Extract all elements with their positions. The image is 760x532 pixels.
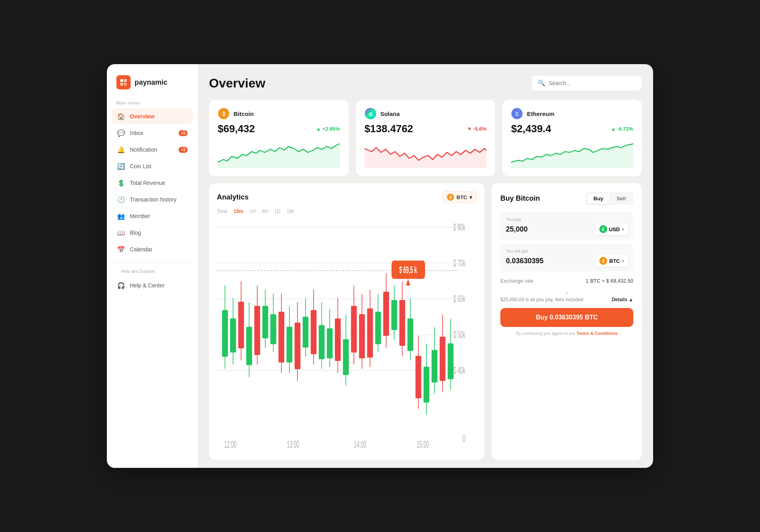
btc-chevron: ▾ [622, 259, 624, 263]
buy-bitcoin-card: Buy Bitcoin Buy Sell You pay 25,000 $ [492, 183, 642, 460]
sidebar-item-inbox[interactable]: 💬 Inbox +9 [112, 125, 193, 141]
sidebar-label-txhistory: Transaction history [130, 196, 177, 203]
page-title: Overview [209, 76, 265, 91]
buy-toggle-button[interactable]: Buy [587, 193, 610, 204]
sidebar-item-member[interactable]: 👥 Member [112, 208, 193, 224]
svg-rect-71 [295, 323, 300, 369]
terms-link[interactable]: Terms & Conditions [576, 331, 618, 336]
you-pay-field: You pay 25,000 $ USD ▾ [500, 212, 633, 240]
details-link[interactable]: Details ▲ [612, 297, 633, 302]
btc-selector-label: BTC [456, 194, 467, 200]
notification-icon: 🔔 [117, 146, 125, 154]
chevron-expand[interactable]: ⌄ [500, 286, 633, 297]
logo-icon [116, 75, 131, 89]
exchange-rate-row: Exchange rate 1 BTC ≈ $ 69,432.50 [500, 276, 633, 286]
coinlist-icon: 🔄 [117, 162, 125, 170]
search-bar[interactable]: 🔍 [531, 75, 642, 91]
bottom-row: Analytics ₿ BTC ▾ Time 15m 1H 4H [209, 183, 642, 460]
ethereum-icon: Ξ [511, 108, 523, 120]
ethereum-change: ▲ -4.72% [611, 126, 633, 132]
sidebar-item-blog[interactable]: 📖 Blog [112, 225, 193, 241]
svg-rect-2 [120, 83, 123, 86]
svg-rect-39 [262, 306, 268, 338]
time-1d[interactable]: 1D [274, 209, 280, 214]
sidebar-item-coinlist[interactable]: 🔄 Coin List [112, 158, 193, 174]
blog-icon: 📖 [117, 229, 125, 237]
sidebar-label-calendar: Calendar [130, 246, 152, 253]
sidebar-item-helpcenter[interactable]: 🎧 Help & Center [112, 277, 193, 293]
svg-rect-59 [424, 367, 429, 402]
sidebar-label-helpcenter: Help & Center [130, 282, 165, 289]
inbox-badge: +9 [179, 130, 188, 136]
svg-rect-69 [279, 312, 284, 362]
buy-button[interactable]: Buy 0.03630395 BTC [500, 308, 633, 327]
btc-icon-badge: ₿ [599, 257, 607, 265]
sidebar-label-blog: Blog [130, 230, 141, 236]
pay-value[interactable]: 25,000 [506, 225, 528, 234]
candlestick-area: $ 80k $ 70k $ 60k $ 50k $ 40k 0 [217, 219, 477, 452]
fees-text: $25,000.00 is all you pay, fees included [500, 297, 583, 302]
revenue-icon: 💲 [117, 179, 125, 187]
sidebar-item-notification[interactable]: 🔔 Notification +3 [112, 142, 193, 158]
sidebar-label-notification: Notification [130, 146, 157, 153]
time-nav: Time 15m 1H 4H 1D 1W [217, 209, 477, 214]
solana-header: ◎ Solana [365, 108, 487, 120]
time-15m[interactable]: 15m [234, 209, 243, 214]
svg-rect-65 [238, 302, 244, 348]
inbox-icon: 💬 [117, 129, 125, 137]
fees-row: $25,000.00 is all you pay, fees included… [500, 297, 633, 302]
sidebar-item-txhistory[interactable]: 🕐 Transaction history [112, 192, 193, 207]
svg-rect-45 [303, 317, 308, 347]
notification-badge: +3 [179, 147, 188, 153]
svg-rect-37 [247, 327, 252, 365]
get-currency: BTC [609, 258, 620, 264]
sell-toggle-button[interactable]: Sell [610, 193, 632, 204]
svg-rect-35 [230, 319, 236, 352]
get-value[interactable]: 0.03630395 [506, 257, 543, 265]
btc-selector[interactable]: ₿ BTC ▾ [443, 191, 477, 203]
bitcoin-card: ₿ Bitcoin $69,432 ▲ +2.95% [209, 100, 349, 176]
svg-rect-63 [448, 344, 454, 379]
btc-currency-badge[interactable]: ₿ BTC ▾ [595, 255, 628, 267]
svg-rect-83 [384, 292, 389, 335]
get-row: 0.03630395 ₿ BTC ▾ [506, 255, 628, 267]
svg-text:◎: ◎ [369, 111, 373, 117]
search-input[interactable] [549, 80, 635, 86]
ethereum-name: Ethereum [527, 110, 554, 117]
time-4h[interactable]: 4H [262, 209, 268, 214]
app-container: paynamic Main menu 🏠 Overview 💬 Inbox +9… [107, 64, 653, 468]
pay-label: You pay [506, 217, 628, 222]
ethereum-price-row: $2,439.4 ▲ -4.72% [511, 123, 633, 135]
terms-static: By continuing you agree to our [516, 331, 576, 336]
svg-text:12:00: 12:00 [224, 439, 236, 450]
solana-name: Solana [380, 110, 400, 117]
svg-text:0: 0 [463, 434, 466, 444]
svg-rect-67 [255, 306, 260, 355]
exchange-rate-value: 1 BTC ≈ $ 69,432.50 [586, 278, 633, 284]
bitcoin-icon: ₿ [218, 108, 230, 120]
sidebar-item-calendar[interactable]: 📅 Calendar [112, 241, 193, 257]
usd-currency-badge[interactable]: $ USD ▾ [595, 223, 628, 235]
analytics-card: Analytics ₿ BTC ▾ Time 15m 1H 4H [209, 183, 484, 460]
pay-row: 25,000 $ USD ▾ [506, 223, 628, 235]
main-menu-label: Main menu [107, 101, 198, 105]
svg-text:Ξ: Ξ [515, 111, 519, 117]
helpcenter-icon: 🎧 [117, 281, 125, 289]
help-section-label: Help and Support [112, 269, 193, 274]
ethereum-price: $2,439.4 [511, 123, 551, 135]
solana-chart [365, 141, 487, 168]
sidebar-item-revenue[interactable]: 💲 Total Revenue [112, 175, 193, 191]
sidebar-label-overview: Overview [130, 113, 154, 120]
svg-rect-79 [359, 315, 365, 358]
buy-sell-toggle: Buy Sell [586, 192, 633, 205]
svg-text:$ 69,5 k: $ 69,5 k [399, 265, 417, 275]
txhistory-icon: 🕐 [117, 196, 125, 203]
time-1w[interactable]: 1W [287, 209, 294, 214]
time-1h[interactable]: 1H [249, 209, 255, 214]
bitcoin-chart [218, 141, 340, 168]
sidebar: paynamic Main menu 🏠 Overview 💬 Inbox +9… [107, 64, 198, 468]
member-icon: 👥 [117, 212, 125, 220]
svg-rect-51 [343, 340, 349, 374]
svg-text:₿: ₿ [222, 110, 225, 117]
sidebar-item-overview[interactable]: 🏠 Overview [112, 108, 193, 124]
